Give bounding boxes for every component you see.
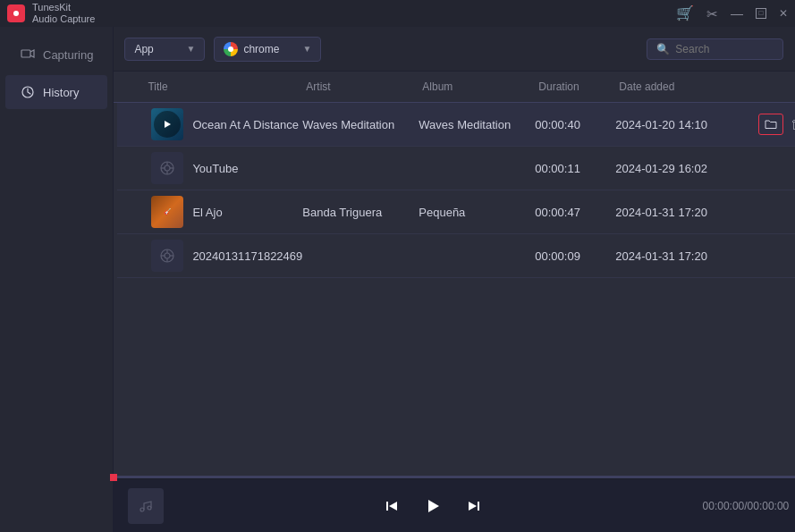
col-header-artist: Artist <box>306 80 422 93</box>
track-album: Pequeña <box>419 206 535 219</box>
track-title: 20240131171822469 <box>192 249 302 263</box>
table-body: Ocean At A Distance Waves Meditation Wav… <box>114 103 795 476</box>
cart-icon[interactable]: 🛒 <box>676 6 694 21</box>
scissors-icon[interactable]: ✂ <box>706 7 718 21</box>
table-row[interactable]: 20240131171822469 00:00:09 2024-01-31 17… <box>117 234 795 278</box>
history-icon <box>20 84 36 100</box>
window-controls: 🛒 ✂ — □ ✕ <box>676 6 788 21</box>
svg-marker-23 <box>469 502 477 511</box>
capturing-icon <box>20 46 36 63</box>
search-icon: 🔍 <box>656 43 670 55</box>
col-header-check <box>121 80 148 93</box>
search-input[interactable] <box>675 43 774 55</box>
play-overlay <box>154 111 181 138</box>
track-actions: 🗑 <box>758 114 795 135</box>
track-date: 2024-01-31 17:20 <box>615 249 758 263</box>
track-thumbnail <box>151 108 183 140</box>
svg-rect-22 <box>478 502 479 511</box>
chrome-icon <box>224 42 238 56</box>
table-row[interactable]: YouTube 00:00:11 2024-01-29 16:02 <box>117 147 795 190</box>
track-artist: Waves Meditation <box>302 118 419 131</box>
sidebar-item-history[interactable]: History <box>5 75 107 109</box>
time-display: 00:00:00/00:00:00 <box>703 500 790 512</box>
svg-point-18 <box>148 506 151 510</box>
col-header-date: Date added <box>619 80 762 93</box>
prev-button[interactable] <box>385 499 399 513</box>
track-date: 2024-01-29 16:02 <box>615 162 758 175</box>
svg-point-1 <box>13 11 19 16</box>
track-duration: 00:00:09 <box>535 249 615 263</box>
track-duration: 00:00:11 <box>535 162 615 175</box>
svg-marker-20 <box>389 502 397 511</box>
delete-button[interactable]: 🗑 <box>791 116 795 132</box>
app-source-select[interactable]: App ▼ <box>124 38 205 61</box>
track-duration: 00:00:47 <box>535 206 615 219</box>
track-date: 2024-01-20 14:10 <box>615 118 758 131</box>
next-button[interactable] <box>467 499 481 513</box>
track-date: 2024-01-31 17:20 <box>615 206 758 219</box>
player-thumbnail <box>128 488 164 524</box>
track-info: 20240131171822469 <box>151 240 302 272</box>
sidebar: Capturing History <box>0 27 114 532</box>
track-thumbnail: 🎸 <box>151 196 183 228</box>
progress-bar <box>114 476 795 478</box>
app-title: TunesKit Audio Capture <box>32 2 95 25</box>
track-duration: 00:00:40 <box>535 118 615 131</box>
col-header-album: Album <box>422 80 538 93</box>
col-header-duration: Duration <box>538 80 619 93</box>
search-box[interactable]: 🔍 <box>647 38 783 60</box>
minimize-button[interactable]: — <box>731 7 743 20</box>
browser-source-select[interactable]: chrome ▼ <box>214 37 321 62</box>
content-area: App ▼ chrome ▼ 🔍 Title <box>114 27 795 532</box>
sidebar-item-label: History <box>43 86 79 99</box>
track-title: Ocean At A Distance <box>192 118 299 131</box>
col-header-actions <box>762 80 795 93</box>
table-header: Title Artist Album Duration Date added <box>114 72 795 103</box>
source-select-arrow: ▼ <box>186 44 195 54</box>
main-layout: Capturing History App ▼ chrome ▼ <box>0 27 795 532</box>
svg-point-6 <box>165 165 170 171</box>
close-button[interactable]: ✕ <box>779 8 788 19</box>
play-button[interactable] <box>417 490 449 522</box>
track-title: YouTube <box>192 162 238 175</box>
title-bar: TunesKit Audio Capture 🛒 ✂ — □ ✕ <box>0 0 795 27</box>
player-controls <box>174 490 691 522</box>
source-label: App <box>134 43 153 55</box>
track-info: Ocean At A Distance <box>151 108 302 140</box>
svg-rect-2 <box>21 50 30 57</box>
track-info: 🎸 El Ajo <box>151 196 302 228</box>
track-thumbnail <box>151 240 183 272</box>
svg-point-17 <box>140 508 144 511</box>
app-branding: TunesKit Audio Capture <box>7 2 95 25</box>
progress-indicator <box>110 474 117 481</box>
svg-point-12 <box>165 253 170 258</box>
maximize-button[interactable]: □ <box>756 8 766 19</box>
open-folder-button[interactable] <box>758 114 783 135</box>
svg-marker-4 <box>165 121 171 128</box>
track-title: El Ajo <box>192 206 222 219</box>
svg-marker-21 <box>428 500 439 512</box>
browser-label: chrome <box>243 43 279 55</box>
track-artist: Banda Triguera <box>302 206 419 219</box>
track-album: Waves Meditation <box>419 118 535 131</box>
svg-rect-19 <box>386 502 388 511</box>
app-icon <box>7 4 25 22</box>
track-thumbnail <box>151 152 183 184</box>
table-row[interactable]: Ocean At A Distance Waves Meditation Wav… <box>117 103 795 147</box>
track-info: YouTube <box>151 152 302 184</box>
sidebar-item-capturing[interactable]: Capturing <box>5 38 107 72</box>
col-header-title: Title <box>148 80 306 93</box>
sidebar-item-label: Capturing <box>43 48 93 62</box>
bottom-player: 00:00:00/00:00:00 <box>114 478 795 532</box>
toolbar: App ▼ chrome ▼ 🔍 <box>114 27 795 72</box>
table-row[interactable]: 🎸 El Ajo Banda Triguera Pequeña 00:00:47… <box>117 190 795 234</box>
browser-select-arrow: ▼ <box>302 44 311 54</box>
